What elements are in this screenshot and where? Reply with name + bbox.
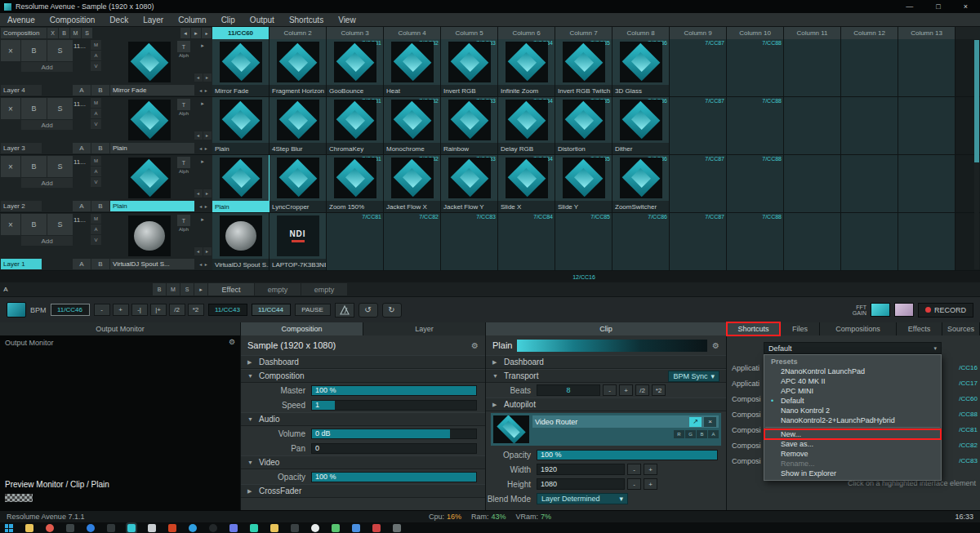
layer-bypass-button[interactable]: B bbox=[21, 214, 47, 235]
layer-nav-arrows[interactable]: ◄ ► bbox=[195, 201, 212, 211]
bpm-x-button[interactable]: -| bbox=[131, 304, 148, 316]
layer-a-button[interactable]: A bbox=[73, 85, 91, 95]
start-menu-icon[interactable] bbox=[5, 524, 13, 532]
menu-item-save-as[interactable]: Save as... bbox=[764, 439, 941, 449]
layer-bypass-button[interactable]: B bbox=[21, 156, 47, 177]
taskbar-powerpoint-icon[interactable] bbox=[168, 524, 176, 532]
tab-layer[interactable]: Layer bbox=[363, 322, 486, 335]
layer-add-clip-button[interactable]: Add bbox=[21, 62, 73, 72]
undo-button[interactable]: ↺ bbox=[359, 303, 378, 318]
clip-cell[interactable]: 7/CC82Heat bbox=[384, 39, 441, 96]
clip-cell[interactable]: 7/CC86Dither bbox=[612, 97, 670, 154]
width-value[interactable]: 1920 bbox=[537, 464, 625, 475]
tap-cc-value[interactable]: 11/CC44 bbox=[252, 304, 291, 316]
master-slider[interactable]: 100 % bbox=[311, 385, 477, 396]
layer-a-button[interactable]: A bbox=[73, 201, 91, 211]
clip-cell[interactable]: 7/CC863D Glass bbox=[612, 39, 670, 96]
column-header-1[interactable]: 11/CC60 bbox=[212, 27, 270, 39]
column-header-12[interactable]: Column 12 bbox=[841, 27, 898, 39]
layer-expand-icon[interactable]: ▸ bbox=[201, 216, 204, 223]
corner-toggle-s[interactable]: S bbox=[82, 28, 92, 38]
grid-scrollbar-thumb[interactable] bbox=[974, 40, 979, 162]
layer-solo-button[interactable]: S bbox=[47, 98, 73, 119]
composition-effect-slot-2[interactable]: empty bbox=[255, 283, 301, 295]
layer-nav-arrows[interactable]: ◄ ► bbox=[195, 85, 212, 95]
corner-nav-icon-2[interactable]: ► bbox=[191, 28, 201, 38]
beats-value[interactable]: 8 bbox=[537, 384, 600, 396]
clip-cell[interactable]: NDILAPTOP-7K3B3NE... bbox=[270, 213, 327, 270]
section-dashboard[interactable]: ▶Dashboard bbox=[486, 355, 726, 369]
menu-item-new[interactable]: New... bbox=[764, 429, 941, 439]
taskbar-maps-icon[interactable] bbox=[250, 524, 258, 532]
layer-toggle-v[interactable]: V bbox=[91, 235, 101, 245]
menubar-item-deck[interactable]: Deck bbox=[102, 13, 136, 27]
bpm-value[interactable]: 11/CC46 bbox=[51, 304, 90, 316]
menu-item-nano-kontrol-2[interactable]: Nano Kontrol 2 bbox=[764, 406, 941, 415]
clip-cell[interactable]: 7/CC84Slide X bbox=[498, 155, 555, 212]
layer-label[interactable]: Layer 1 bbox=[1, 259, 42, 269]
clip-cell[interactable] bbox=[898, 213, 956, 270]
layer-bypass-button[interactable]: B bbox=[21, 40, 47, 61]
layer-toggle-m[interactable]: M bbox=[91, 40, 101, 50]
clip-cell[interactable]: VirtualDJ Spout S... bbox=[212, 213, 270, 270]
clip-cell[interactable]: 7/CC83Invert RGB bbox=[441, 39, 498, 96]
clip-cell[interactable] bbox=[898, 155, 956, 212]
layer-toggle-a[interactable]: A bbox=[91, 167, 101, 176]
column-header-13[interactable]: Column 13 bbox=[898, 27, 956, 39]
clip-cell[interactable]: 7/CC87 bbox=[670, 39, 727, 96]
layer-transition-button[interactable]: T bbox=[177, 157, 190, 168]
clip-cell[interactable]: 7/CC88 bbox=[727, 155, 784, 212]
layer-expand-icon[interactable]: ▸ bbox=[201, 42, 204, 49]
clip-cell[interactable]: Plain bbox=[212, 155, 270, 212]
bpm-x-button[interactable]: |+ bbox=[150, 304, 167, 316]
corner-nav-icon-1[interactable]: ◄ bbox=[180, 28, 190, 38]
corner-toggle-x[interactable]: X bbox=[47, 28, 58, 38]
tab-effects[interactable]: Effects bbox=[897, 322, 942, 335]
layer-toggle-v[interactable]: V bbox=[91, 119, 101, 129]
taskbar-resolume-icon[interactable] bbox=[127, 524, 136, 532]
menubar-item-shortcuts[interactable]: Shortcuts bbox=[282, 13, 331, 27]
height-value[interactable]: 1080 bbox=[537, 478, 625, 490]
width-increment-button[interactable]: + bbox=[644, 464, 657, 475]
clip-cell[interactable]: 7/CC85Slide Y bbox=[555, 155, 612, 212]
clip-cell[interactable]: 7/CC83Rainbow bbox=[441, 97, 498, 154]
preview-swatch-a[interactable] bbox=[871, 303, 890, 317]
corner-toggle-m[interactable]: M bbox=[70, 28, 81, 38]
taskbar-app-icon-3[interactable] bbox=[209, 524, 217, 532]
menubar-item-composition[interactable]: Composition bbox=[42, 13, 103, 27]
preset-select[interactable]: Default ▾ bbox=[764, 342, 942, 354]
clip-cell[interactable]: 7/CC88 bbox=[727, 97, 784, 154]
bottom-toggle-s[interactable]: S bbox=[180, 283, 194, 295]
clip-cell[interactable] bbox=[784, 39, 841, 96]
layer-b-button[interactable]: B bbox=[91, 85, 109, 95]
bottom-toggle-x[interactable]: ▸ bbox=[194, 283, 207, 295]
clip-cell[interactable] bbox=[841, 213, 898, 270]
clip-cell[interactable]: 7/CC83Jacket Flow Y bbox=[441, 155, 498, 212]
record-button[interactable]: RECORD bbox=[918, 303, 973, 318]
clip-cell[interactable]: 7/CC82Monochrome bbox=[384, 97, 441, 154]
section-composition[interactable]: ▼Composition bbox=[241, 369, 485, 383]
bottom-toggle-b[interactable]: B bbox=[153, 283, 166, 295]
clip-cell[interactable]: 7/CC82Jacket Flow X bbox=[384, 155, 441, 212]
taskbar-app-icon-4[interactable] bbox=[311, 524, 319, 532]
pan-slider[interactable]: 0 bbox=[311, 443, 477, 454]
layer-b-button[interactable]: B bbox=[91, 201, 109, 211]
clip-cell[interactable]: 7/CC85 bbox=[555, 213, 612, 270]
taskbar-play-icon[interactable] bbox=[332, 524, 340, 532]
beats-x-button[interactable]: - bbox=[603, 384, 617, 396]
menu-item-nanokontrol2-2-launchpadhybrid[interactable]: NanoKontrol2-2+LaunchPadHybrid bbox=[764, 415, 941, 425]
menubar-item-output[interactable]: Output bbox=[243, 13, 282, 27]
tab-files[interactable]: Files bbox=[781, 322, 820, 335]
tab-composition[interactable]: Composition bbox=[241, 322, 363, 335]
layer-add-clip-button[interactable]: Add bbox=[21, 178, 73, 188]
layer-clear-button[interactable]: × bbox=[1, 98, 20, 119]
taskbar-folder-icon[interactable] bbox=[25, 524, 33, 532]
layer-transition-button[interactable]: T bbox=[177, 41, 190, 52]
bpm-2-button[interactable]: /2 bbox=[169, 304, 185, 316]
layer-transition-button[interactable]: T bbox=[177, 215, 190, 226]
clip-cell[interactable]: 7/CC86 bbox=[612, 213, 670, 270]
tab-sources[interactable]: Sources bbox=[942, 322, 980, 335]
layer-solo-button[interactable]: S bbox=[47, 156, 73, 177]
column-header-3[interactable]: Column 3 bbox=[327, 27, 384, 39]
layer-next-clip-button[interactable]: ► bbox=[203, 73, 212, 82]
